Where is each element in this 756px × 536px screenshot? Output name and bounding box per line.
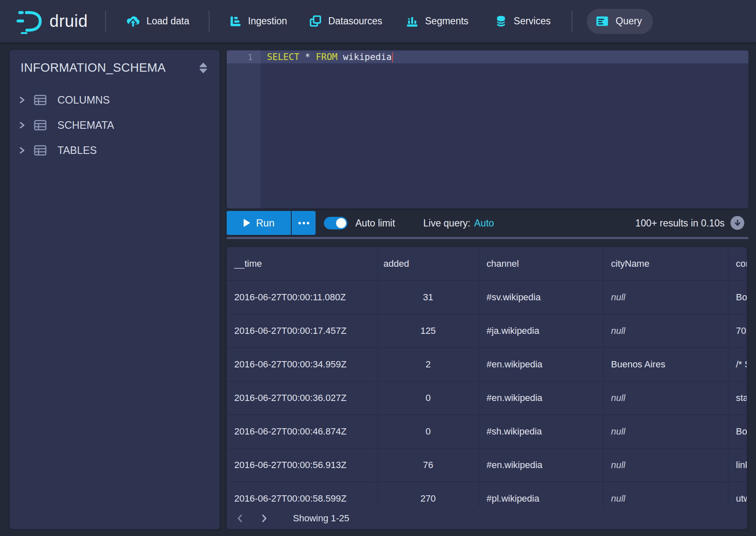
cell-channel[interactable]: #en.wikipedia <box>479 348 603 381</box>
tree-item-label: COLUMNS <box>57 94 110 106</box>
pagination-bar: Showing 1-25 <box>227 507 747 529</box>
table-row: 2016-06-27T00:00:36.027Z 0 #en.wikipedia… <box>227 381 747 415</box>
cell-cityname[interactable]: null <box>603 381 728 415</box>
cell-time[interactable]: 2016-06-27T00:00:36.027Z <box>227 381 378 415</box>
editor-gutter <box>227 50 261 208</box>
tree-item-label: TABLES <box>57 144 97 156</box>
cell-time[interactable]: 2016-06-27T00:00:11.080Z <box>227 281 378 314</box>
toggle-knob <box>336 218 346 228</box>
top-navigation: druid Load data Ingestion <box>0 0 756 42</box>
nav-item-label: Ingestion <box>248 16 287 27</box>
cell-added[interactable]: 0 <box>378 415 479 448</box>
arrow-down-icon <box>733 219 742 227</box>
cell-channel[interactable]: #en.wikipedia <box>479 448 603 482</box>
cell-time[interactable]: 2016-06-27T00:00:56.913Z <box>227 448 378 482</box>
schema-header: INFORMATION_SCHEMA <box>10 50 220 75</box>
cell-comment[interactable]: Bot <box>728 415 747 448</box>
sql-code-line[interactable]: SELECT * FROM wikipedia <box>267 51 393 63</box>
dot <box>303 222 305 224</box>
nav-item-label: Load data <box>146 16 189 27</box>
cell-time[interactable]: 2016-06-27T00:00:34.959Z <box>227 348 378 381</box>
tree-item-label: SCHEMATA <box>57 119 114 131</box>
segments-icon <box>406 15 419 28</box>
tree-item-schemata[interactable]: SCHEMATA <box>10 112 220 138</box>
cell-comment[interactable]: 70:5 <box>728 314 747 348</box>
druid-console: druid Load data Ingestion <box>0 0 756 536</box>
column-header-time[interactable]: __time <box>227 247 378 281</box>
cell-cityname[interactable]: null <box>603 314 728 348</box>
run-more-options-button[interactable] <box>292 211 316 235</box>
druid-logo[interactable]: druid <box>15 9 88 34</box>
nav-item-datasources[interactable]: Datasources <box>309 15 382 28</box>
results-summary: 100+ results in 0.10s <box>635 217 725 229</box>
double-caret-vertical-icon[interactable] <box>199 62 208 74</box>
nav-item-ingestion[interactable]: Ingestion <box>229 15 287 28</box>
run-button[interactable]: Run <box>227 211 291 235</box>
run-button-label: Run <box>256 217 274 229</box>
nav-item-label: Query <box>616 16 642 27</box>
auto-limit-label: Auto limit <box>355 217 395 229</box>
pagination-label: Showing 1-25 <box>293 513 350 524</box>
sql-editor[interactable]: 1 SELECT * FROM wikipedia <box>227 50 748 208</box>
cell-channel[interactable]: #en.wikipedia <box>479 381 603 415</box>
nav-item-segments[interactable]: Segments <box>406 15 469 28</box>
tree-item-tables[interactable]: TABLES <box>10 138 220 163</box>
table-row: 2016-06-27T00:00:34.959Z 2 #en.wikipedia… <box>227 348 747 381</box>
cell-cityname[interactable]: null <box>603 415 728 448</box>
cell-channel[interactable]: #sh.wikipedia <box>479 415 603 448</box>
schema-sidebar: INFORMATION_SCHEMA <box>10 50 220 529</box>
chevron-right-icon[interactable] <box>18 146 26 154</box>
auto-limit-toggle[interactable] <box>324 217 347 229</box>
dot <box>298 222 301 224</box>
cell-comment[interactable]: stat <box>728 381 747 415</box>
nav-item-label: Segments <box>425 16 469 27</box>
column-header-channel[interactable]: channel <box>479 247 603 281</box>
services-icon <box>495 15 507 28</box>
table-row: 2016-06-27T00:00:17.457Z 125 #ja.wikiped… <box>227 314 747 348</box>
download-results-button[interactable] <box>730 216 744 230</box>
results-table: __time added channel cityName comment 20… <box>227 247 747 529</box>
resize-splitter[interactable] <box>227 237 748 239</box>
cell-added[interactable]: 125 <box>378 314 479 348</box>
cell-added[interactable]: 0 <box>378 381 479 415</box>
schema-title[interactable]: INFORMATION_SCHEMA <box>21 61 166 75</box>
text-cursor <box>392 52 394 62</box>
table-icon <box>34 120 47 131</box>
ingestion-icon <box>229 15 242 28</box>
nav-item-load-data[interactable]: Load data <box>126 14 189 28</box>
cell-channel[interactable]: #sv.wikipedia <box>479 281 603 314</box>
cell-added[interactable]: 2 <box>378 348 479 381</box>
query-icon <box>595 14 609 29</box>
nav-item-query[interactable]: Query <box>587 9 653 34</box>
cell-channel[interactable]: #ja.wikipedia <box>479 314 603 348</box>
live-query-control[interactable]: Live query:Auto <box>423 217 494 229</box>
column-header-cityname[interactable]: cityName <box>603 247 728 281</box>
sql-keyword: FROM <box>316 52 338 62</box>
cell-comment[interactable]: /* S <box>728 348 747 381</box>
chevron-right-icon[interactable] <box>18 121 26 129</box>
column-header-added[interactable]: added <box>378 247 479 281</box>
chevron-right-icon[interactable] <box>18 96 26 104</box>
nav-divider <box>105 11 106 32</box>
tree-item-columns[interactable]: COLUMNS <box>10 87 220 112</box>
chevron-right-icon <box>261 514 268 523</box>
cell-cityname[interactable]: null <box>603 281 728 314</box>
cell-cityname[interactable]: null <box>603 448 728 482</box>
brand-name: druid <box>49 12 88 31</box>
prev-page-button[interactable] <box>233 511 247 526</box>
nav-item-services[interactable]: Services <box>495 15 551 28</box>
column-header-comment[interactable]: comment <box>728 247 747 281</box>
live-query-value[interactable]: Auto <box>474 218 494 229</box>
table-header-row: __time added channel cityName comment <box>227 247 747 281</box>
cell-comment[interactable]: Bot <box>728 281 747 314</box>
cell-time[interactable]: 2016-06-27T00:00:46.874Z <box>227 415 378 448</box>
table-icon <box>34 94 47 106</box>
next-page-button[interactable] <box>257 511 271 526</box>
cell-added[interactable]: 76 <box>378 448 479 482</box>
datasources-icon <box>309 15 322 28</box>
cell-added[interactable]: 31 <box>378 281 479 314</box>
cell-comment[interactable]: link <box>728 448 747 482</box>
cell-time[interactable]: 2016-06-27T00:00:17.457Z <box>227 314 378 348</box>
line-number: 1 <box>227 51 253 63</box>
cell-cityname[interactable]: Buenos Aires <box>603 348 728 381</box>
